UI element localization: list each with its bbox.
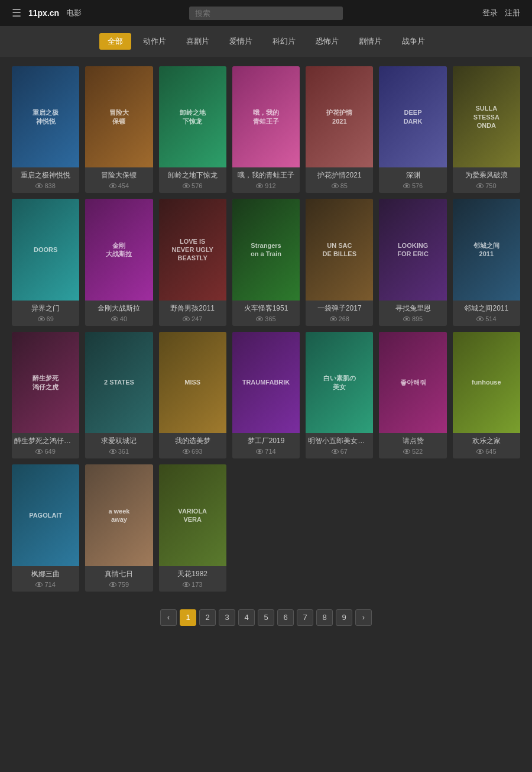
view-count: 365 — [265, 315, 275, 322]
movie-poster: 重启之极 神悦悦 — [12, 66, 79, 167]
pagination-page-3[interactable]: 3 — [219, 609, 235, 626]
movie-card[interactable]: 卸岭之地 下惊龙卸岭之地下惊龙576 — [159, 66, 226, 193]
menu-icon[interactable]: ☰ — [12, 7, 21, 20]
movie-card[interactable]: UN SAC DE BILLES一袋弹子2017268 — [306, 199, 373, 325]
movie-title: 金刚大战斯拉 — [87, 303, 150, 314]
pagination-page-8[interactable]: 8 — [316, 609, 333, 626]
movie-poster: DEEP DARK — [379, 66, 446, 167]
pagination-page-5[interactable]: 5 — [258, 609, 274, 626]
movie-views: 69 — [14, 315, 77, 322]
movie-card[interactable]: 冒险大 保镖冒险大保镖454 — [85, 66, 153, 193]
pagination-next[interactable]: › — [355, 609, 372, 626]
view-count: 576 — [192, 182, 202, 189]
view-count: 268 — [339, 315, 349, 322]
tab-战争片[interactable]: 战争片 — [394, 33, 433, 50]
search-input[interactable] — [189, 7, 343, 20]
views-icon — [403, 183, 410, 188]
search-container — [189, 7, 343, 20]
views-icon — [256, 183, 263, 188]
movie-info: 深渊576 — [379, 167, 446, 193]
poster-text: DOORS — [31, 243, 60, 256]
site-logo[interactable]: 11px.cn — [28, 8, 59, 18]
movie-card[interactable]: funhouse欢乐之家645 — [453, 332, 520, 458]
movie-card[interactable]: 좋아해줘请点赞522 — [379, 332, 446, 458]
movie-info: 枫娜三曲714 — [12, 566, 79, 592]
movie-poster: PAGOLAIT — [12, 464, 79, 566]
views-icon — [183, 449, 190, 454]
poster-text: 金刚 大战斯拉 — [103, 239, 134, 261]
views-icon — [403, 316, 410, 321]
movie-card[interactable]: TRAUMFABRIK梦工厂2019714 — [232, 332, 300, 458]
movie-card[interactable]: 白い素肌の 美女明智小五郎美女系列21：白肌肤的美女67 — [306, 332, 373, 458]
movie-info: 请点赞522 — [379, 433, 446, 458]
poster-text: PAGOLAIT — [27, 509, 64, 522]
movie-title: 冒险大保镖 — [87, 170, 150, 180]
movie-card[interactable]: PAGOLAIT枫娜三曲714 — [12, 464, 79, 591]
movie-info: 异界之门69 — [12, 301, 79, 326]
pagination-page-9[interactable]: 9 — [336, 609, 352, 626]
movie-poster: 좋아해줘 — [379, 332, 446, 433]
views-icon — [403, 449, 410, 454]
tab-全部[interactable]: 全部 — [99, 33, 131, 50]
views-icon — [183, 582, 190, 587]
movie-card[interactable]: LOVE IS NEVER UGLY BEASTLY野兽男孩2011247 — [159, 199, 226, 325]
movie-card[interactable]: 护花护情 2021护花护情202185 — [306, 66, 373, 193]
movie-card[interactable]: 2 STATES求爱双城记361 — [85, 332, 153, 458]
tab-恐怖片[interactable]: 恐怖片 — [307, 33, 347, 50]
pagination-page-2[interactable]: 2 — [199, 609, 216, 626]
poster-text: VARIOLA VERA — [176, 505, 209, 526]
pagination-page-4[interactable]: 4 — [238, 609, 255, 626]
view-count: 173 — [192, 581, 202, 588]
view-count: 69 — [47, 315, 54, 322]
movie-poster: SULLA STESSA ONDA — [453, 66, 520, 167]
login-button[interactable]: 登录 — [482, 8, 498, 18]
movie-views: 750 — [455, 182, 518, 189]
movie-card[interactable]: LOOKING FOR ERIC寻找兔里恩895 — [379, 199, 446, 325]
movie-views: 268 — [308, 315, 371, 322]
movie-views: 838 — [14, 182, 77, 189]
movie-title: 请点赞 — [381, 436, 444, 446]
pagination-prev[interactable]: ‹ — [160, 609, 177, 626]
pagination-page-1[interactable]: 1 — [180, 609, 196, 626]
movie-card[interactable]: 重启之极 神悦悦重启之极神悦悦838 — [12, 66, 79, 193]
movie-title: 求爱双城记 — [87, 436, 150, 446]
movie-info: 哦，我的青蛙王子912 — [232, 167, 300, 193]
poster-text: LOVE IS NEVER UGLY BEASTLY — [169, 235, 216, 265]
nav-movie[interactable]: 电影 — [66, 8, 82, 18]
movie-card[interactable]: Strangers on a Train火车怪客1951365 — [232, 199, 300, 325]
tab-动作片[interactable]: 动作片 — [135, 33, 174, 50]
movie-poster: a week away — [85, 464, 153, 566]
movie-card[interactable]: DOORS异界之门69 — [12, 199, 79, 325]
views-icon — [35, 449, 43, 454]
movie-info: 明智小五郎美女系列21：白肌肤的美女67 — [306, 433, 373, 458]
views-icon — [109, 582, 116, 587]
movie-card[interactable]: MISS我的选美梦693 — [159, 332, 226, 458]
pagination-page-7[interactable]: 7 — [297, 609, 313, 626]
movie-card[interactable]: VARIOLA VERA天花1982173 — [159, 464, 226, 591]
tab-剧情片[interactable]: 剧情片 — [351, 33, 390, 50]
movie-card[interactable]: 金刚 大战斯拉金刚大战斯拉40 — [85, 199, 153, 325]
movie-card[interactable]: SULLA STESSA ONDA为爱乘风破浪750 — [453, 66, 520, 193]
movie-poster: DOORS — [12, 199, 79, 300]
movie-title: 寻找兔里恩 — [381, 303, 444, 314]
pagination-page-6[interactable]: 6 — [277, 609, 294, 626]
register-button[interactable]: 注册 — [505, 8, 520, 18]
movie-views: 522 — [381, 448, 444, 455]
movie-poster: 卸岭之地 下惊龙 — [159, 66, 226, 167]
tab-喜剧片[interactable]: 喜剧片 — [178, 33, 218, 50]
poster-text: 2 STATES — [102, 376, 137, 389]
movie-card[interactable]: a week away真情七日759 — [85, 464, 153, 591]
movie-card[interactable]: 醉生梦死 鸿仔之虎醉生梦死之鸿仔之虎649 — [12, 332, 79, 458]
views-icon — [476, 449, 484, 454]
movie-card[interactable]: DEEP DARK深渊576 — [379, 66, 446, 193]
movie-info: 野兽男孩2011247 — [159, 301, 226, 326]
tab-科幻片[interactable]: 科幻片 — [264, 33, 304, 50]
movie-card[interactable]: 哦，我的 青蛙王子哦，我的青蛙王子912 — [232, 66, 300, 193]
movie-title: 重启之极神悦悦 — [14, 170, 77, 180]
movie-card[interactable]: 邻城之间 2011邻城之间2011514 — [453, 199, 520, 325]
movie-views: 714 — [235, 448, 297, 455]
tab-爱情片[interactable]: 爱情片 — [221, 33, 261, 50]
movie-title: 野兽男孩2011 — [161, 303, 224, 314]
view-count: 40 — [120, 315, 127, 322]
views-icon — [35, 183, 43, 188]
